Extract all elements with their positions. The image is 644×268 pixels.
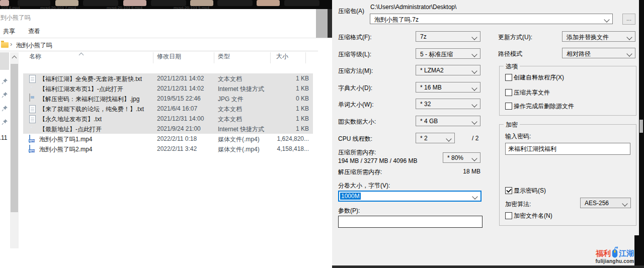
browse-button[interactable]: ...	[622, 14, 635, 25]
window-gap-shadow	[328, 9, 332, 38]
nav-selected-item[interactable]	[0, 52, 9, 70]
tab-share[interactable]: 共享	[3, 27, 15, 36]
word-size-combobox[interactable]: * 32	[416, 99, 480, 109]
chevron-down-icon[interactable]	[471, 155, 477, 161]
tab-view[interactable]: 查看	[28, 27, 40, 36]
format-label: 压缩格式(F):	[338, 33, 372, 42]
word-size-label: 单词大小(W):	[338, 101, 374, 109]
file-row[interactable]: 泡到小熊了吗2.mp4 2022/2/11 3:42 媒体文件(.mp4) 4,…	[23, 144, 313, 154]
word-size-value: * 32	[420, 101, 431, 108]
create-sfx-checkbox[interactable]	[505, 74, 512, 81]
cpu-threads-value: * 2	[420, 135, 428, 142]
explorer-window: 到小熊了吗 共享 查看 › 泡到小熊了吗 4.11 名称 修改日期 类型 大小	[0, 9, 332, 268]
dictionary-value: * 16 MB	[420, 84, 442, 91]
column-header-name[interactable]: 名称	[29, 52, 41, 61]
show-password-label: 显示密码(S)	[514, 187, 546, 195]
options-group-title: 选项	[504, 62, 520, 71]
scroll-up-icon[interactable]	[12, 56, 17, 61]
chevron-down-icon[interactable]	[471, 34, 477, 40]
file-name: 【福利江湖发布页1】-点此打开	[39, 85, 155, 94]
update-mode-combobox[interactable]: 添加并替换文件	[562, 31, 635, 42]
address-bar[interactable]: › 泡到小熊了吗	[0, 38, 318, 51]
chevron-down-icon[interactable]	[622, 201, 627, 206]
chevron-down-icon[interactable]	[471, 119, 477, 124]
column-separator[interactable]	[214, 52, 214, 63]
chevron-down-icon[interactable]	[604, 17, 609, 22]
compress-shared-checkbox[interactable]	[505, 89, 512, 96]
solid-block-combobox[interactable]: * 4 GB	[416, 116, 480, 126]
scrollbar-thumb[interactable]	[11, 64, 18, 212]
encrypt-filenames-label: 加密文件名(N)	[514, 212, 552, 220]
cpu-threads-label: CPU 线程数:	[338, 135, 372, 143]
column-separator[interactable]	[153, 52, 153, 63]
column-header-size[interactable]: 大小	[276, 52, 288, 61]
method-label: 压缩方法(M):	[338, 67, 373, 75]
column-separator[interactable]	[270, 52, 271, 63]
format-combobox[interactable]: 7z	[416, 31, 480, 42]
mp4-file-icon	[29, 145, 30, 153]
folder-icon	[1, 42, 9, 48]
volume-size-value: 1000M	[340, 193, 361, 200]
parameters-input[interactable]	[338, 216, 482, 228]
video-thumbnail	[284, 0, 319, 6]
cpu-threads-combobox[interactable]: * 2	[416, 133, 455, 143]
path-mode-combobox[interactable]: 相对路径	[562, 48, 635, 58]
background-file-label: mcsd-20-103 7.mp4	[40, 6, 76, 9]
chevron-down-icon[interactable]	[471, 102, 477, 107]
file-date: 2021/12/31 14:02	[157, 75, 213, 82]
level-value: 5 - 标准压缩	[420, 50, 453, 59]
chevron-down-icon[interactable]	[626, 34, 632, 40]
logo-text-left: 福利	[596, 249, 611, 258]
sort-ascending-icon	[79, 53, 84, 58]
solid-block-label: 固实数据大小:	[338, 118, 376, 126]
delete-after-checkbox[interactable]	[505, 103, 512, 110]
file-row[interactable]: 【解压密码：来福利江湖找福利】.jpg 2019/5/15 22:46 JPG …	[23, 94, 313, 104]
nav-item-partial[interactable]: 4.11	[0, 134, 7, 141]
pin-icon	[2, 119, 8, 125]
column-header-type[interactable]: 类型	[218, 52, 230, 61]
file-size: 0 KB	[260, 95, 309, 102]
breadcrumb[interactable]: 泡到小熊了吗	[16, 41, 52, 50]
column-header-date[interactable]: 修改日期	[157, 52, 181, 61]
chevron-down-icon[interactable]	[471, 68, 477, 73]
pin-icon	[2, 92, 8, 98]
parameters-label: 参数(P):	[338, 207, 360, 215]
encryption-method-label: 加密算法:	[505, 200, 531, 209]
video-thumbnail	[217, 0, 253, 6]
background-file-label: mcsd-20-103 6.mp4	[107, 6, 142, 9]
dictionary-combobox[interactable]: * 16 MB	[416, 82, 480, 93]
format-value: 7z	[420, 33, 427, 40]
show-password-checkbox[interactable]	[505, 187, 512, 194]
video-thumbnail	[257, 0, 280, 6]
archive-name-combobox[interactable]: 泡到小熊了吗.7z	[370, 14, 613, 24]
file-row[interactable]: 【福利江湖发布页1】-点此打开 2021/12/31 14:02 Interne…	[23, 83, 313, 94]
file-row[interactable]: 泡到小熊了吗1.mp4 2022/2/11 0:18 媒体文件(.mp4) 1,…	[23, 134, 313, 144]
level-combobox[interactable]: 5 - 标准压缩	[416, 48, 480, 59]
chevron-down-icon[interactable]	[471, 85, 477, 91]
path-mode-value: 相对路径	[567, 50, 591, 58]
encryption-method-combobox[interactable]: AES-256	[580, 198, 631, 208]
logo-domain: fulijianghu.com	[590, 258, 640, 264]
chevron-down-icon[interactable]	[471, 51, 477, 57]
column-separator[interactable]	[305, 52, 306, 63]
file-row[interactable]: 【福利江湖】全免费-无套路-更新快.txt 2021/12/31 14:02 文…	[23, 73, 313, 83]
solid-block-value: * 4 GB	[420, 118, 438, 125]
file-row[interactable]: 【永久地址发布页】.txt 2021/12/31 14:00 文本文档 1 KB	[23, 114, 313, 124]
method-combobox[interactable]: * LZMA2	[416, 65, 480, 75]
chevron-down-icon[interactable]	[472, 194, 477, 199]
background-edge	[639, 0, 644, 268]
memory-percent-combobox[interactable]: * 80%	[443, 152, 480, 163]
volume-size-combobox[interactable]: 1000M	[338, 191, 481, 202]
chevron-down-icon[interactable]	[626, 51, 632, 56]
password-input[interactable]	[505, 143, 630, 155]
memory-percent-value: * 80%	[447, 154, 463, 161]
archive-label: 压缩包(A)	[338, 7, 364, 16]
logo-text-right: 江湖	[619, 249, 634, 258]
file-row[interactable]: 【来了就能下载的论坛，纯免费！】.txt 2021/6/4 16:07 文本文档…	[23, 104, 313, 114]
scrollbar-vertical[interactable]	[10, 52, 19, 248]
site-logo: 福利 江湖 fulijianghu.com	[590, 244, 640, 264]
chevron-down-icon[interactable]	[446, 136, 451, 141]
encrypt-filenames-checkbox[interactable]	[505, 212, 512, 219]
file-row[interactable]: 【最新地址】-点此打开 2021/9/24 21:00 Internet 快捷方…	[23, 124, 313, 134]
password-label: 输入密码:	[505, 132, 531, 141]
